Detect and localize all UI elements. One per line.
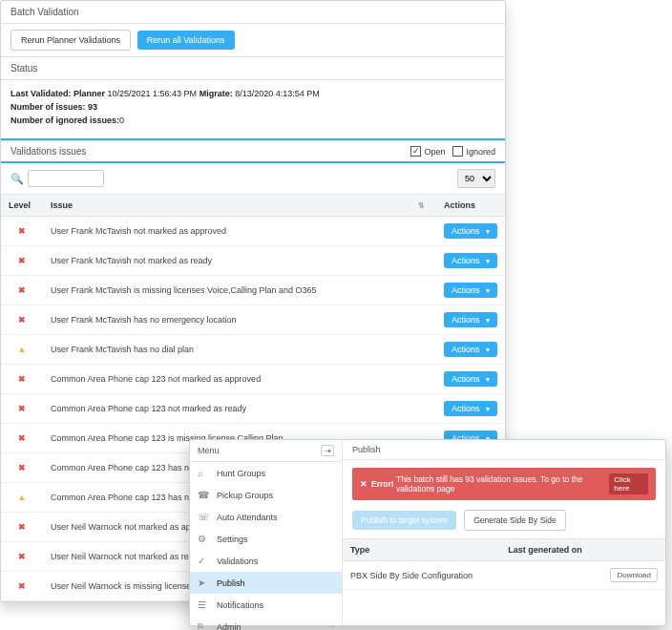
- col-actions: Actions: [436, 195, 505, 217]
- num-issues-label: Number of issues:: [10, 102, 86, 112]
- filter-row: Validations issues ✓Open Ignored: [1, 140, 505, 163]
- error-label: Error!: [371, 479, 394, 489]
- error-x-icon: ✕: [360, 479, 368, 489]
- publish-row: PBX Side By Side Configuration Download: [343, 561, 665, 590]
- rerun-all-button[interactable]: Rerun all Validations: [137, 31, 235, 50]
- migrate-label: Migrate:: [200, 89, 233, 98]
- issue-text: Common Area Phone cap 123 not marked as …: [43, 365, 436, 394]
- menu-icon: ⚙: [198, 534, 211, 544]
- menu-item-admin[interactable]: ⎘Admin›: [190, 616, 342, 630]
- level-warning-icon: ▲: [1, 335, 43, 365]
- chevron-down-icon: ▾: [486, 316, 490, 325]
- actions-dropdown-button[interactable]: Actions▾: [444, 401, 497, 416]
- publish-to-target-button[interactable]: Publish to target system: [352, 511, 456, 530]
- search-input[interactable]: [28, 170, 104, 187]
- actions-dropdown-button[interactable]: Actions▾: [444, 283, 497, 298]
- chevron-down-icon: ▾: [486, 227, 490, 236]
- publish-table: Type Last generated on PBX Side By Side …: [343, 538, 665, 590]
- publish-column: Publish ✕ Error! This batch still has 93…: [343, 440, 665, 625]
- rerun-button-row: Rerun Planner Validations Rerun all Vali…: [1, 24, 505, 57]
- menu-icon: ☏: [198, 512, 211, 522]
- migrate-value: 8/13/2020 4:13:54 PM: [235, 89, 320, 98]
- menu-icon: ➤: [198, 578, 211, 588]
- table-row: ✖User Frank McTavish is missing licenses…: [1, 276, 505, 305]
- issue-text: User Frank McTavish is missing licenses …: [43, 276, 436, 305]
- publish-buttons: Publish to target system Generate Side B…: [343, 508, 665, 538]
- actions-dropdown-button[interactable]: Actions▾: [444, 312, 497, 327]
- click-here-button[interactable]: Click here: [609, 473, 648, 494]
- search-row: 🔍 50: [1, 163, 505, 195]
- validations-issues-heading: Validations issues: [10, 146, 403, 157]
- num-ignored-label: Number of ignored issues:: [10, 116, 119, 125]
- publish-row-type: PBX Side By Side Configuration: [343, 561, 500, 590]
- issue-text: User Frank McTavish not marked as approv…: [43, 217, 436, 246]
- col-level[interactable]: Level: [1, 195, 43, 217]
- issue-text: User Frank McTavish not marked as ready: [43, 246, 436, 276]
- error-text: This batch still has 93 validation issue…: [396, 474, 609, 494]
- sort-icon: ⇅: [418, 201, 429, 210]
- menu-sidebar: Menu ⇥ ⌕Hunt Groups☎Pickup Groups☏Auto A…: [190, 440, 343, 625]
- level-error-icon: ✖: [1, 217, 43, 246]
- menu-item-auto-attendants[interactable]: ☏Auto Attendants: [190, 506, 342, 528]
- issue-text: User Frank McTavish has no emergency loc…: [43, 305, 436, 335]
- level-error-icon: ✖: [1, 305, 43, 335]
- table-row: ✖User Frank McTavish has no emergency lo…: [1, 305, 505, 335]
- col-type: Type: [343, 539, 500, 561]
- last-validated-label: Last Validated: Planner: [10, 89, 105, 98]
- menu-icon: ☰: [198, 599, 211, 610]
- publish-heading: Publish: [343, 440, 665, 460]
- last-validated-value: 10/25/2021 1:56:43 PM: [108, 89, 198, 98]
- menu-item-hunt-groups[interactable]: ⌕Hunt Groups: [190, 462, 342, 484]
- chevron-down-icon: ▾: [486, 405, 490, 413]
- checkbox-checked-icon: ✓: [410, 146, 421, 157]
- level-error-icon: ✖: [1, 394, 43, 424]
- collapse-menu-button[interactable]: ⇥: [321, 445, 334, 456]
- num-issues-value: 93: [88, 102, 97, 112]
- chevron-down-icon: ▾: [486, 257, 490, 265]
- download-button[interactable]: Download: [610, 568, 658, 582]
- actions-dropdown-button[interactable]: Actions▾: [444, 342, 497, 357]
- level-error-icon: ✖: [1, 365, 43, 394]
- issue-text: Common Area Phone cap 123 not marked as …: [43, 394, 436, 424]
- menu-icon: ✓: [198, 556, 211, 566]
- table-row: ✖User Frank McTavish not marked as ready…: [1, 246, 505, 276]
- table-row: ✖Common Area Phone cap 123 not marked as…: [1, 394, 505, 424]
- actions-dropdown-button[interactable]: Actions▾: [444, 371, 497, 387]
- menu-icon: ⎘: [198, 621, 211, 630]
- table-row: ▲User Frank McTavish has no dial planAct…: [1, 335, 505, 365]
- table-row: ✖Common Area Phone cap 123 not marked as…: [1, 365, 505, 394]
- checkbox-unchecked-icon: [452, 146, 463, 157]
- level-error-icon: ✖: [1, 246, 43, 276]
- actions-dropdown-button[interactable]: Actions▾: [444, 223, 497, 239]
- menu-item-validations[interactable]: ✓Validations: [190, 550, 342, 572]
- col-issue[interactable]: Issue⇅: [43, 195, 436, 217]
- status-box: Last Validated: Planner 10/25/2021 1:56:…: [1, 80, 505, 140]
- generate-side-by-side-button[interactable]: Generate Side By Side: [464, 510, 565, 531]
- level-error-icon: ✖: [1, 542, 43, 572]
- menu-icon: ☎: [198, 490, 211, 500]
- ignored-checkbox[interactable]: Ignored: [452, 146, 495, 157]
- chevron-down-icon: ▾: [486, 286, 490, 295]
- chevron-down-icon: ▾: [486, 375, 490, 384]
- level-error-icon: ✖: [1, 572, 43, 601]
- search-icon: 🔍: [10, 173, 24, 185]
- page-size-select[interactable]: 50: [457, 169, 495, 188]
- error-alert: ✕ Error! This batch still has 93 validat…: [352, 468, 656, 500]
- issue-text: User Frank McTavish has no dial plan: [43, 335, 436, 365]
- col-last-generated: Last generated on: [500, 539, 602, 561]
- menu-item-pickup-groups[interactable]: ☎Pickup Groups: [190, 484, 342, 506]
- level-error-icon: ✖: [1, 424, 43, 453]
- menu-item-publish[interactable]: ➤Publish: [190, 572, 342, 594]
- level-error-icon: ✖: [1, 453, 43, 483]
- actions-dropdown-button[interactable]: Actions▾: [444, 253, 497, 268]
- chevron-down-icon: ▾: [486, 346, 490, 354]
- menu-item-notifications[interactable]: ☰Notifications: [190, 594, 342, 616]
- rerun-planner-button[interactable]: Rerun Planner Validations: [10, 30, 131, 51]
- table-row: ✖User Frank McTavish not marked as appro…: [1, 217, 505, 246]
- level-warning-icon: ▲: [1, 483, 43, 513]
- publish-panel: Menu ⇥ ⌕Hunt Groups☎Pickup Groups☏Auto A…: [189, 439, 666, 626]
- num-ignored-value: 0: [119, 116, 124, 125]
- open-checkbox[interactable]: ✓Open: [410, 146, 445, 157]
- panel-title: Batch Validation: [1, 1, 505, 24]
- menu-item-settings[interactable]: ⚙Settings: [190, 528, 342, 550]
